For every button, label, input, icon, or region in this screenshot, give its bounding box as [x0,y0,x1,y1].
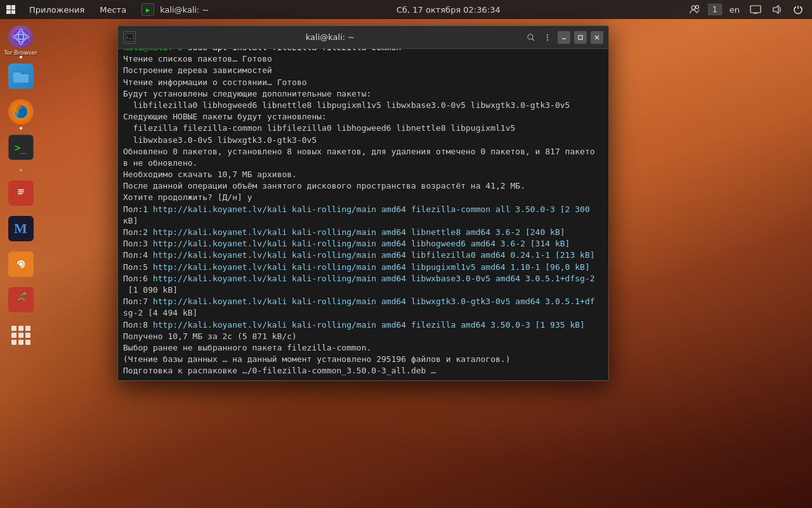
power-icon[interactable] [790,4,806,15]
terminal-output-line: [1 090 kВ] [123,284,603,296]
terminal-output-line: кВ] [123,215,603,227]
tor-browser-icon [8,25,34,48]
taskbar-right: 1 en [680,0,812,19]
terminal-dock-icon: >_ [8,135,34,160]
dot [11,333,16,338]
firefox-active-indicator [20,127,22,130]
terminal-output-line: Хотите продолжить? [Д/н] у [123,192,603,203]
taskbar-terminal-item[interactable]: ▶ kali@kali: ~ [134,0,216,19]
svg-point-21 [528,34,533,39]
taskbar-left: Приложения Места ▶ kali@kali: ~ [0,0,217,19]
taskbar-terminal-icon: ▶ [141,3,154,16]
volume-icon[interactable] [769,4,785,15]
terminal-output-line: sg-2 [4 494 kВ] [123,307,603,319]
desktop: Приложения Места ▶ kali@kali: ~ Сб, 17 о… [0,0,812,508]
search-button[interactable] [525,31,537,44]
apps-grid-icon [6,5,15,14]
svg-point-25 [547,39,548,40]
terminal-output-line: Чтение информации о состоянии… Готово [123,77,603,88]
users-icon[interactable] [686,4,703,15]
svg-point-16 [15,300,22,307]
terminal-output-line: filezilla filezilla-common libfilezilla0… [123,123,603,134]
terminal-output-line: libfilezilla0 libhogweed6 libnettle8 lib… [123,100,603,111]
datetime-text: Сб, 17 октября 02:36:34 [396,5,501,15]
dock-separator [20,169,22,171]
screen-icon[interactable] [747,5,764,14]
grid-cell [11,10,16,15]
taskbar-datetime: Сб, 17 октября 02:36:34 [217,5,681,15]
taskbar-terminal-label: kali@kali: ~ [160,5,209,15]
taskbar-apps-grid [0,0,22,19]
svg-point-23 [547,34,548,35]
minimize-button[interactable] [558,31,570,44]
workspace-badge[interactable]: 1 [708,4,722,15]
terminal-window-icon [123,31,136,44]
terminal-command: sudo apt install filezilla filezilla-com… [183,49,401,52]
svg-point-0 [691,6,695,10]
maltego-icon: M [8,216,34,241]
dock: Tor Browser [0,19,41,508]
svg-rect-19 [126,34,133,41]
svg-point-24 [547,36,548,37]
taskbar-menu-places[interactable]: Места [92,0,134,19]
dot [25,326,30,331]
dock-item-maltego[interactable]: M [6,213,36,244]
firefox-icon [8,99,34,124]
files-icon [8,64,34,89]
terminal-output-line: Пол:8 http://kali.koyanet.lv/kali kali-r… [123,319,603,331]
terminal-output-line: Обновлено 0 пакетов, установлено 8 новых… [123,146,603,157]
dot [11,326,16,331]
terminal-output-line: Пол:2 http://kali.koyanet.lv/kali kali-r… [123,227,603,238]
terminal-output-line: Пол:3 http://kali.koyanet.lv/kali kali-r… [123,238,603,250]
terminal-output-line: Подготовка к распаковке …/0-filezilla-co… [123,365,603,377]
terminal-output-line: в не обновлено. [123,157,603,169]
dock-item-firefox[interactable] [6,97,36,127]
dot [11,340,16,345]
grid-cell [11,5,16,10]
taskbar: Приложения Места ▶ kali@kali: ~ Сб, 17 о… [0,0,812,19]
svg-point-17 [22,300,28,307]
terminal-output-line: Пол:4 http://kali.koyanet.lv/kali kali-r… [123,250,603,261]
terminal-output-line: Необходимо скачать 10,7 МБ архивов. [123,169,603,180]
terminal-output-line: Построение дерева зависимостей [123,65,603,76]
dock-item-cherry[interactable] [6,284,36,315]
maximize-button[interactable] [574,31,587,44]
cherry-icon [8,287,34,312]
terminal-window: kali@kali: ~ [117,25,609,381]
terminal-prompt-user: kali@kali [123,49,167,52]
dock-item-terminal[interactable]: >_ [6,132,36,163]
dock-item-files[interactable] [6,61,36,91]
dot [25,333,30,338]
dot [18,333,23,338]
svg-rect-2 [750,6,761,13]
terminal-content[interactable]: kali@kali:~$ sudo apt install filezilla … [118,49,608,380]
terminal-output-line: Следующие НОВЫЕ пакеты будут установлены… [123,111,603,123]
svg-point-18 [23,292,26,295]
language-selector[interactable]: en [727,5,742,15]
dot [18,326,23,331]
active-indicator [20,56,22,58]
svg-rect-13 [16,187,26,199]
terminal-titlebar: kali@kali: ~ [118,26,608,49]
terminal-output-line: Пол:1 http://kali.koyanet.lv/kali kali-r… [123,204,603,215]
svg-marker-5 [773,6,778,13]
svg-rect-27 [579,36,582,39]
svg-point-15 [19,262,23,266]
dock-item-text-editor[interactable] [6,178,36,208]
terminal-output-line: Пол:7 http://kali.koyanet.lv/kali kali-r… [123,296,603,307]
dock-item-burpsuite[interactable] [6,249,36,279]
menu-button[interactable] [541,31,554,44]
terminal-output-line: Будут установлены следующие дополнительн… [123,88,603,100]
terminal-title: kali@kali: ~ [140,32,521,42]
dot [18,340,23,345]
grid-cell [6,5,11,10]
tor-browser-label: Tor Browser [4,50,37,56]
taskbar-menu-apps[interactable]: Приложения [22,0,92,19]
text-editor-icon [8,180,34,206]
terminal-output-line: Пол:6 http://kali.koyanet.lv/kali kali-r… [123,273,603,284]
dock-item-tor-browser[interactable]: Tor Browser [6,25,36,56]
terminal-prompt-path: :~$ [167,49,182,52]
dock-item-apps[interactable] [6,320,36,351]
close-button[interactable] [591,31,603,44]
terminal-output-line: Выбор ранее не выбранного пакета filezil… [123,342,603,354]
